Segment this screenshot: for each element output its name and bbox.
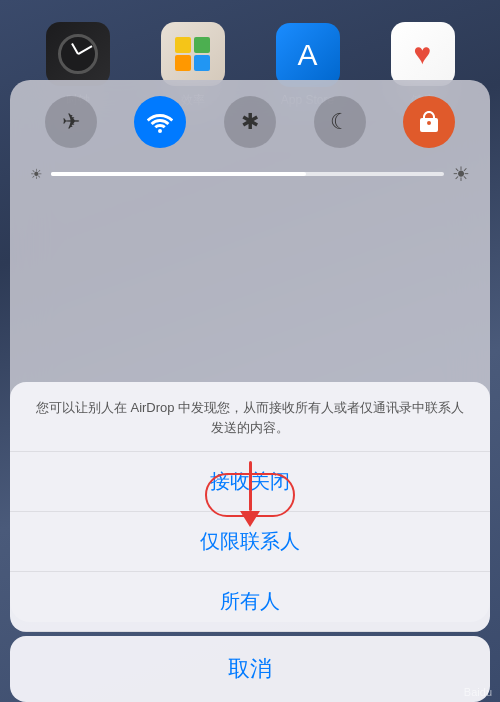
cc-btn-moon[interactable]: ☾ bbox=[314, 96, 366, 148]
arrow-shaft bbox=[249, 461, 252, 511]
cc-buttons-row: ✈ ✱ ☾ bbox=[26, 96, 474, 148]
brightness-slider[interactable] bbox=[51, 172, 444, 176]
watermark: Baidu bbox=[464, 686, 492, 698]
app-icon-efficiency[interactable] bbox=[161, 22, 225, 86]
cc-btn-wifi[interactable] bbox=[134, 96, 186, 148]
cc-btn-rotation-lock[interactable] bbox=[403, 96, 455, 148]
brightness-low-icon: ☀ bbox=[30, 166, 43, 182]
health-heart-icon: ♥ bbox=[414, 37, 432, 71]
airdrop-option-everyone[interactable]: 所有人 bbox=[10, 572, 490, 632]
cc-btn-airplane[interactable]: ✈ bbox=[45, 96, 97, 148]
red-arrow bbox=[240, 461, 260, 527]
cc-btn-bluetooth[interactable]: ✱ bbox=[224, 96, 276, 148]
app-icon-appstore[interactable]: A bbox=[276, 23, 340, 87]
arrow-head bbox=[240, 511, 260, 527]
app-icon-clock[interactable] bbox=[46, 22, 110, 86]
app-icon-health[interactable]: ♥ bbox=[391, 22, 455, 86]
brightness-row: ☀ ☀ bbox=[26, 162, 474, 186]
brightness-high-icon: ☀ bbox=[452, 162, 470, 186]
airdrop-description: 您可以让别人在 AirDrop 中发现您，从而接收所有人或者仅通讯录中联系人发送… bbox=[10, 382, 490, 452]
appstore-icon-letter: A bbox=[297, 38, 317, 72]
cancel-label: 取消 bbox=[228, 654, 272, 684]
brightness-fill bbox=[51, 172, 306, 176]
cancel-button[interactable]: 取消 bbox=[10, 636, 490, 702]
